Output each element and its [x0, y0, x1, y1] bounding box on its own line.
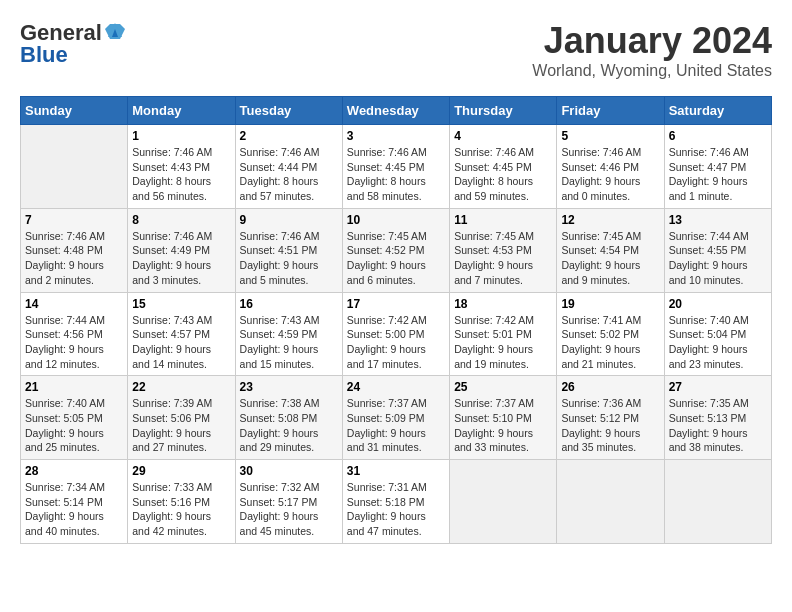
- day-number: 19: [561, 297, 659, 311]
- day-number: 21: [25, 380, 123, 394]
- day-info: Sunrise: 7:35 AM Sunset: 5:13 PM Dayligh…: [669, 396, 767, 455]
- day-number: 30: [240, 464, 338, 478]
- calendar-cell: 29Sunrise: 7:33 AM Sunset: 5:16 PM Dayli…: [128, 460, 235, 544]
- calendar-row-1: 1Sunrise: 7:46 AM Sunset: 4:43 PM Daylig…: [21, 125, 772, 209]
- page-subtitle: Worland, Wyoming, United States: [532, 62, 772, 80]
- calendar-cell: 1Sunrise: 7:46 AM Sunset: 4:43 PM Daylig…: [128, 125, 235, 209]
- day-info: Sunrise: 7:43 AM Sunset: 4:59 PM Dayligh…: [240, 313, 338, 372]
- day-info: Sunrise: 7:45 AM Sunset: 4:52 PM Dayligh…: [347, 229, 445, 288]
- calendar-cell: 9Sunrise: 7:46 AM Sunset: 4:51 PM Daylig…: [235, 208, 342, 292]
- calendar-cell: 11Sunrise: 7:45 AM Sunset: 4:53 PM Dayli…: [450, 208, 557, 292]
- day-number: 13: [669, 213, 767, 227]
- calendar-cell: 8Sunrise: 7:46 AM Sunset: 4:49 PM Daylig…: [128, 208, 235, 292]
- day-info: Sunrise: 7:46 AM Sunset: 4:46 PM Dayligh…: [561, 145, 659, 204]
- day-number: 24: [347, 380, 445, 394]
- calendar-row-3: 14Sunrise: 7:44 AM Sunset: 4:56 PM Dayli…: [21, 292, 772, 376]
- day-info: Sunrise: 7:46 AM Sunset: 4:45 PM Dayligh…: [454, 145, 552, 204]
- day-number: 17: [347, 297, 445, 311]
- day-number: 22: [132, 380, 230, 394]
- day-number: 2: [240, 129, 338, 143]
- calendar-cell: 3Sunrise: 7:46 AM Sunset: 4:45 PM Daylig…: [342, 125, 449, 209]
- header-day-wednesday: Wednesday: [342, 97, 449, 125]
- page-header: General Blue January 2024 Worland, Wyomi…: [20, 20, 772, 80]
- day-info: Sunrise: 7:43 AM Sunset: 4:57 PM Dayligh…: [132, 313, 230, 372]
- logo-text-blue: Blue: [20, 42, 68, 68]
- calendar-cell: 18Sunrise: 7:42 AM Sunset: 5:01 PM Dayli…: [450, 292, 557, 376]
- header-row: SundayMondayTuesdayWednesdayThursdayFrid…: [21, 97, 772, 125]
- day-number: 9: [240, 213, 338, 227]
- day-info: Sunrise: 7:45 AM Sunset: 4:53 PM Dayligh…: [454, 229, 552, 288]
- day-number: 12: [561, 213, 659, 227]
- logo-icon: [104, 21, 126, 43]
- calendar-cell: 25Sunrise: 7:37 AM Sunset: 5:10 PM Dayli…: [450, 376, 557, 460]
- header-day-tuesday: Tuesday: [235, 97, 342, 125]
- day-info: Sunrise: 7:41 AM Sunset: 5:02 PM Dayligh…: [561, 313, 659, 372]
- calendar-table: SundayMondayTuesdayWednesdayThursdayFrid…: [20, 96, 772, 544]
- day-info: Sunrise: 7:39 AM Sunset: 5:06 PM Dayligh…: [132, 396, 230, 455]
- calendar-cell: 17Sunrise: 7:42 AM Sunset: 5:00 PM Dayli…: [342, 292, 449, 376]
- day-number: 6: [669, 129, 767, 143]
- day-number: 3: [347, 129, 445, 143]
- day-number: 5: [561, 129, 659, 143]
- calendar-cell: 31Sunrise: 7:31 AM Sunset: 5:18 PM Dayli…: [342, 460, 449, 544]
- page-title: January 2024: [532, 20, 772, 62]
- calendar-cell: 27Sunrise: 7:35 AM Sunset: 5:13 PM Dayli…: [664, 376, 771, 460]
- day-info: Sunrise: 7:46 AM Sunset: 4:47 PM Dayligh…: [669, 145, 767, 204]
- day-number: 7: [25, 213, 123, 227]
- day-info: Sunrise: 7:40 AM Sunset: 5:05 PM Dayligh…: [25, 396, 123, 455]
- day-info: Sunrise: 7:46 AM Sunset: 4:43 PM Dayligh…: [132, 145, 230, 204]
- day-number: 16: [240, 297, 338, 311]
- calendar-cell: 22Sunrise: 7:39 AM Sunset: 5:06 PM Dayli…: [128, 376, 235, 460]
- day-info: Sunrise: 7:40 AM Sunset: 5:04 PM Dayligh…: [669, 313, 767, 372]
- day-info: Sunrise: 7:38 AM Sunset: 5:08 PM Dayligh…: [240, 396, 338, 455]
- calendar-cell: 21Sunrise: 7:40 AM Sunset: 5:05 PM Dayli…: [21, 376, 128, 460]
- calendar-cell: [664, 460, 771, 544]
- day-info: Sunrise: 7:46 AM Sunset: 4:45 PM Dayligh…: [347, 145, 445, 204]
- calendar-cell: 2Sunrise: 7:46 AM Sunset: 4:44 PM Daylig…: [235, 125, 342, 209]
- day-info: Sunrise: 7:37 AM Sunset: 5:09 PM Dayligh…: [347, 396, 445, 455]
- day-info: Sunrise: 7:44 AM Sunset: 4:56 PM Dayligh…: [25, 313, 123, 372]
- header-day-monday: Monday: [128, 97, 235, 125]
- calendar-cell: 15Sunrise: 7:43 AM Sunset: 4:57 PM Dayli…: [128, 292, 235, 376]
- day-info: Sunrise: 7:32 AM Sunset: 5:17 PM Dayligh…: [240, 480, 338, 539]
- title-section: January 2024 Worland, Wyoming, United St…: [532, 20, 772, 80]
- day-number: 23: [240, 380, 338, 394]
- day-number: 11: [454, 213, 552, 227]
- day-info: Sunrise: 7:46 AM Sunset: 4:51 PM Dayligh…: [240, 229, 338, 288]
- day-info: Sunrise: 7:36 AM Sunset: 5:12 PM Dayligh…: [561, 396, 659, 455]
- calendar-cell: 24Sunrise: 7:37 AM Sunset: 5:09 PM Dayli…: [342, 376, 449, 460]
- calendar-cell: 6Sunrise: 7:46 AM Sunset: 4:47 PM Daylig…: [664, 125, 771, 209]
- calendar-cell: 4Sunrise: 7:46 AM Sunset: 4:45 PM Daylig…: [450, 125, 557, 209]
- day-number: 29: [132, 464, 230, 478]
- calendar-cell: 5Sunrise: 7:46 AM Sunset: 4:46 PM Daylig…: [557, 125, 664, 209]
- day-number: 31: [347, 464, 445, 478]
- calendar-cell: 23Sunrise: 7:38 AM Sunset: 5:08 PM Dayli…: [235, 376, 342, 460]
- day-number: 10: [347, 213, 445, 227]
- calendar-row-4: 21Sunrise: 7:40 AM Sunset: 5:05 PM Dayli…: [21, 376, 772, 460]
- calendar-cell: 19Sunrise: 7:41 AM Sunset: 5:02 PM Dayli…: [557, 292, 664, 376]
- day-info: Sunrise: 7:45 AM Sunset: 4:54 PM Dayligh…: [561, 229, 659, 288]
- day-info: Sunrise: 7:46 AM Sunset: 4:44 PM Dayligh…: [240, 145, 338, 204]
- calendar-cell: [450, 460, 557, 544]
- calendar-cell: 30Sunrise: 7:32 AM Sunset: 5:17 PM Dayli…: [235, 460, 342, 544]
- day-info: Sunrise: 7:42 AM Sunset: 5:00 PM Dayligh…: [347, 313, 445, 372]
- calendar-cell: 7Sunrise: 7:46 AM Sunset: 4:48 PM Daylig…: [21, 208, 128, 292]
- day-number: 4: [454, 129, 552, 143]
- day-number: 1: [132, 129, 230, 143]
- calendar-cell: 20Sunrise: 7:40 AM Sunset: 5:04 PM Dayli…: [664, 292, 771, 376]
- day-info: Sunrise: 7:42 AM Sunset: 5:01 PM Dayligh…: [454, 313, 552, 372]
- calendar-body: 1Sunrise: 7:46 AM Sunset: 4:43 PM Daylig…: [21, 125, 772, 544]
- calendar-cell: 14Sunrise: 7:44 AM Sunset: 4:56 PM Dayli…: [21, 292, 128, 376]
- day-number: 15: [132, 297, 230, 311]
- day-number: 20: [669, 297, 767, 311]
- calendar-cell: 12Sunrise: 7:45 AM Sunset: 4:54 PM Dayli…: [557, 208, 664, 292]
- logo: General Blue: [20, 20, 126, 68]
- day-number: 28: [25, 464, 123, 478]
- day-info: Sunrise: 7:46 AM Sunset: 4:49 PM Dayligh…: [132, 229, 230, 288]
- day-info: Sunrise: 7:33 AM Sunset: 5:16 PM Dayligh…: [132, 480, 230, 539]
- header-day-friday: Friday: [557, 97, 664, 125]
- calendar-row-2: 7Sunrise: 7:46 AM Sunset: 4:48 PM Daylig…: [21, 208, 772, 292]
- day-number: 25: [454, 380, 552, 394]
- day-number: 26: [561, 380, 659, 394]
- calendar-cell: 16Sunrise: 7:43 AM Sunset: 4:59 PM Dayli…: [235, 292, 342, 376]
